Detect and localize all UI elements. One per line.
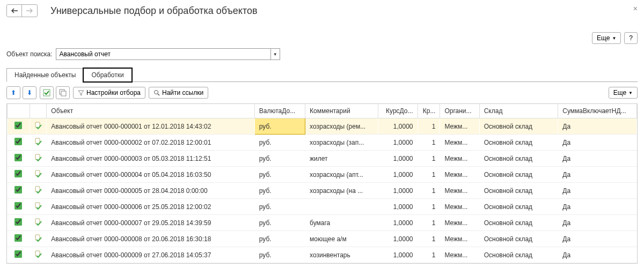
row-checkbox-cell[interactable] [8,118,30,135]
document-icon [34,236,42,243]
row-checkbox[interactable] [14,122,22,129]
svg-line-4 [158,94,159,95]
row-object: Авансовый отчет 0000-000003 от 05.03.201… [47,151,255,167]
uncheck-all-button[interactable] [56,86,70,99]
row-currency: руб. [254,231,305,247]
document-icon [34,155,42,163]
row-warehouse: Основной склад [479,247,558,263]
row-rate: 1,0000 [378,183,418,199]
document-icon [34,220,42,227]
row-comment [305,199,378,215]
table-row[interactable]: Авансовый отчет 0000-000009 от 27.06.201… [8,247,637,263]
close-button[interactable]: × [633,4,638,13]
row-rate: 1,0000 [378,231,418,247]
find-refs-button[interactable]: Найти ссылки [149,87,208,99]
row-comment: жилет [305,151,378,167]
table-row[interactable]: Авансовый отчет 0000-000002 от 07.02.201… [8,135,637,151]
row-checkbox-cell[interactable] [8,183,30,199]
row-checkbox[interactable] [14,138,22,145]
row-object: Авансовый отчет 0000-000009 от 27.06.201… [47,247,255,263]
more-button-top[interactable]: Еще ▼ [592,32,621,44]
row-checkbox-cell[interactable] [8,215,30,231]
tab-processing[interactable]: Обработки [83,68,131,82]
row-org: Межм... [440,247,479,263]
row-rate: 1,0000 [378,247,418,263]
nav-back-button[interactable] [7,5,22,17]
row-org: Межм... [440,167,479,183]
row-checkbox[interactable] [14,170,22,177]
tab-found-objects[interactable]: Найденные объекты [6,68,84,82]
row-checkbox[interactable] [14,186,22,193]
filter-settings-button[interactable]: Настройки отбора [73,87,145,99]
row-comment: моющее а/м [305,231,378,247]
table-row[interactable]: Авансовый отчет 0000-000004 от 05.04.201… [8,167,637,183]
row-kr: 1 [418,151,440,167]
row-object: Авансовый отчет 0000-000006 от 25.05.201… [47,199,255,215]
table-row[interactable]: Авансовый отчет 0000-000003 от 05.03.201… [8,151,637,167]
col-comment[interactable]: Комментарий [305,104,378,118]
check-all-button[interactable] [40,86,54,99]
row-checkbox-cell[interactable] [8,167,30,183]
row-warehouse: Основной склад [479,135,558,151]
help-button[interactable]: ? [624,32,638,44]
chevron-down-icon: ▼ [612,36,616,41]
row-checkbox-cell[interactable] [8,135,30,151]
row-org: Межм... [440,231,479,247]
search-input[interactable] [56,48,270,60]
row-object: Авансовый отчет 0000-000002 от 07.02.201… [47,135,255,151]
col-sum-incl-vat[interactable]: СуммаВключаетНД... [558,104,637,118]
row-kr: 1 [418,135,440,151]
col-warehouse[interactable]: Склад [479,104,558,118]
col-check[interactable] [8,104,30,118]
move-up-button[interactable]: ⬆ [6,86,20,99]
row-checkbox-cell[interactable] [8,151,30,167]
arrow-down-icon: ⬇ [27,89,32,96]
document-icon [34,123,42,131]
table-row[interactable]: Авансовый отчет 0000-000007 от 29.05.201… [8,215,637,231]
filter-icon [78,90,84,96]
row-org: Межм... [440,215,479,231]
table-row[interactable]: Авансовый отчет 0000-000008 от 20.06.201… [8,231,637,247]
nav-forward-button[interactable] [22,5,37,17]
col-object[interactable]: Объект [47,104,255,118]
row-kr: 1 [418,167,440,183]
objects-table: Объект ВалютаДо... Комментарий КурсДо...… [7,104,637,263]
table-row[interactable]: Авансовый отчет 0000-000005 от 28.04.201… [8,183,637,199]
table-row[interactable]: Авансовый отчет 0000-000006 от 25.05.201… [8,199,637,215]
col-rate[interactable]: КурсДо... [378,104,418,118]
row-sum: Да [558,215,637,231]
row-checkbox[interactable] [14,250,22,258]
row-currency: руб. [254,167,305,183]
row-object: Авансовый отчет 0000-000001 от 12.01.201… [47,118,255,135]
row-object: Авансовый отчет 0000-000005 от 28.04.201… [47,183,255,199]
col-currency[interactable]: ВалютаДо... [254,104,305,118]
search-dropdown-button[interactable]: ▼ [270,48,280,60]
document-icon [34,139,42,147]
row-icon-cell [30,247,46,263]
row-sum: Да [558,231,637,247]
row-checkbox-cell[interactable] [8,231,30,247]
row-rate: 1,0000 [378,135,418,151]
row-checkbox-cell[interactable] [8,199,30,215]
row-icon-cell [30,199,46,215]
row-checkbox-cell[interactable] [8,247,30,263]
col-icon[interactable] [30,104,46,118]
row-currency: руб. [254,247,305,263]
row-checkbox[interactable] [14,234,22,242]
row-currency: руб. [254,135,305,151]
row-checkbox[interactable] [14,218,22,226]
row-rate: 1,0000 [378,118,418,135]
search-icon [153,90,160,96]
row-org: Межм... [440,118,479,135]
row-sum: Да [558,118,637,135]
col-kr[interactable]: Кр... [418,104,440,118]
table-row[interactable]: Авансовый отчет 0000-000001 от 12.01.201… [8,118,637,135]
more-button-toolbar[interactable]: Еще ▼ [609,87,638,99]
move-down-button[interactable]: ⬇ [23,86,36,99]
svg-point-3 [154,91,158,94]
col-org[interactable]: Органи... [440,104,479,118]
row-checkbox[interactable] [14,154,22,161]
document-icon [34,172,42,179]
row-checkbox[interactable] [14,202,22,210]
row-org: Межм... [440,199,479,215]
